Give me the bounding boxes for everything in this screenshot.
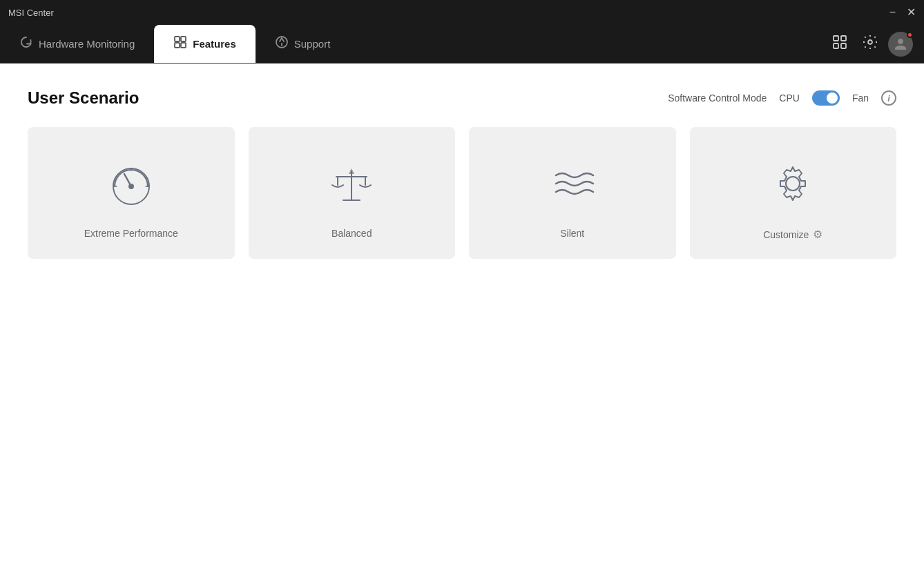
section-title: User Scenario <box>28 88 139 108</box>
customize-label: Customize ⚙ <box>763 228 822 241</box>
tab-support-label: Support <box>294 38 331 50</box>
card-customize[interactable]: Customize ⚙ <box>690 127 897 259</box>
svg-point-13 <box>129 184 133 188</box>
svg-point-10 <box>868 40 872 44</box>
app-title: MSI Center <box>8 8 54 18</box>
features-icon <box>173 35 187 52</box>
avatar-button[interactable] <box>888 32 913 57</box>
close-button[interactable]: ✕ <box>907 7 916 18</box>
tab-hardware-monitoring-label: Hardware Monitoring <box>39 38 135 50</box>
window-controls: − ✕ <box>889 7 916 18</box>
svg-rect-7 <box>841 36 846 41</box>
customize-gear-icon: ⚙ <box>813 228 822 241</box>
svg-rect-2 <box>175 43 180 48</box>
tab-hardware-monitoring[interactable]: Hardware Monitoring <box>0 25 154 63</box>
navbar: Hardware Monitoring Features <box>0 25 924 64</box>
settings-button[interactable] <box>858 30 883 59</box>
svg-rect-0 <box>175 37 180 41</box>
fan-info-button[interactable]: i <box>881 90 896 106</box>
grid-view-button[interactable] <box>827 30 852 59</box>
nav-right-controls <box>827 25 924 63</box>
control-bar: Software Control Mode CPU Fan i <box>668 90 896 106</box>
balanced-label: Balanced <box>331 228 372 239</box>
titlebar: MSI Center − ✕ <box>0 0 924 25</box>
svg-rect-6 <box>834 36 838 41</box>
svg-marker-22 <box>349 168 354 174</box>
toggle-knob <box>827 93 838 104</box>
card-extreme-performance[interactable]: Extreme Performance <box>28 127 235 259</box>
tab-features-label: Features <box>193 38 236 50</box>
cpu-toggle[interactable] <box>812 90 840 106</box>
card-balanced[interactable]: Balanced <box>249 127 456 259</box>
extreme-performance-label: Extreme Performance <box>84 228 178 239</box>
gear-large-icon <box>765 156 820 211</box>
scenario-cards-grid: Extreme Performance <box>28 127 896 259</box>
hardware-monitoring-icon <box>19 35 33 52</box>
section-header: User Scenario Software Control Mode CPU … <box>28 88 896 108</box>
notification-dot <box>907 32 913 38</box>
tab-features[interactable]: Features <box>154 25 256 63</box>
waves-icon <box>545 156 600 211</box>
card-silent[interactable]: Silent <box>469 127 676 259</box>
main-content: User Scenario Software Control Mode CPU … <box>0 64 924 564</box>
support-icon <box>275 35 289 52</box>
svg-rect-8 <box>834 43 838 48</box>
software-control-mode-label: Software Control Mode <box>668 93 767 104</box>
tab-support[interactable]: Support <box>256 25 350 63</box>
scales-icon <box>324 156 379 211</box>
minimize-button[interactable]: − <box>889 7 896 18</box>
svg-rect-9 <box>841 43 846 48</box>
speedometer-icon <box>104 156 159 211</box>
fan-label: Fan <box>852 93 869 104</box>
svg-rect-3 <box>181 43 186 48</box>
cpu-label: CPU <box>779 93 800 104</box>
nav-tabs: Hardware Monitoring Features <box>0 25 349 63</box>
svg-point-23 <box>786 177 800 191</box>
silent-label: Silent <box>560 228 584 239</box>
svg-rect-1 <box>181 37 186 41</box>
